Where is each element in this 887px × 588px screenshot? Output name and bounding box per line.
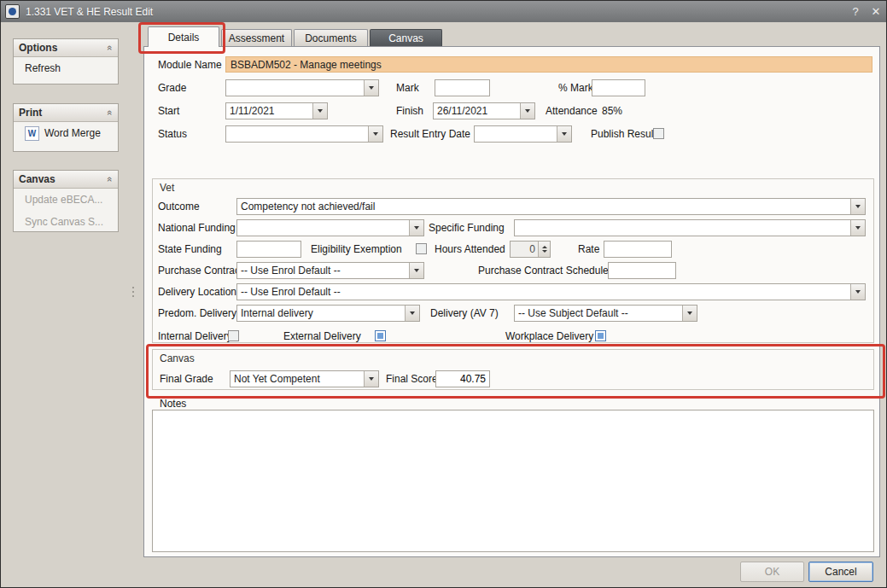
outcome-label: Outcome [158, 198, 200, 215]
details-panel: Module Name BSBADM502 - Manage meetings … [143, 46, 880, 557]
eligibility-exemption-checkbox[interactable] [416, 243, 427, 254]
canvas-group-title: Canvas [19, 173, 108, 185]
tab-assessment[interactable]: Assessment [221, 29, 292, 47]
notes-input[interactable] [152, 410, 874, 552]
chevron-down-icon[interactable] [682, 306, 697, 321]
chevron-down-icon[interactable] [850, 199, 865, 214]
chevron-up-icon[interactable]: « [105, 45, 115, 50]
print-group-header[interactable]: Print « [14, 104, 118, 122]
tab-documents[interactable]: Documents [294, 29, 368, 47]
sidebar-item-sync-canvas: Sync Canvas S... [14, 211, 118, 233]
help-icon[interactable]: ? [845, 3, 866, 20]
workplace-delivery-label: Workplace Delivery [505, 328, 593, 345]
start-date-value: 1/11/2021 [226, 103, 312, 119]
purchase-contract-select[interactable]: -- Use Enrol Default -- [236, 262, 424, 279]
internal-delivery-checkbox[interactable] [228, 330, 239, 341]
spinner-buttons[interactable] [538, 242, 550, 257]
workplace-delivery-checkbox[interactable] [595, 330, 606, 341]
options-group-title: Options [19, 42, 108, 54]
tab-canvas-label: Canvas [388, 32, 423, 44]
chevron-down-icon[interactable] [557, 126, 571, 142]
mark-input[interactable] [435, 79, 490, 96]
chevron-down-icon[interactable] [409, 220, 423, 236]
state-funding-label: State Funding [158, 241, 222, 258]
internal-delivery-label: Internal Delivery [158, 328, 232, 345]
tab-canvas[interactable]: Canvas [370, 29, 442, 47]
chevron-down-icon[interactable] [364, 80, 378, 96]
update-ebeca-label: Update eBECA... [25, 194, 102, 206]
state-funding-input[interactable] [236, 241, 301, 258]
dialog-window: 1.331 VET & HE Result Edit ? ✕ Options «… [0, 0, 887, 588]
result-entry-date-select[interactable] [474, 125, 572, 143]
chevron-down-icon[interactable] [368, 126, 382, 142]
publish-result-checkbox[interactable] [653, 128, 664, 139]
chevron-down-icon[interactable] [409, 263, 423, 278]
outcome-value: Competency not achieved/fail [237, 199, 850, 214]
hours-attended-label: Hours Attended [435, 241, 505, 258]
national-funding-select[interactable] [236, 219, 424, 236]
predom-delivery-select[interactable]: Internal delivery [236, 305, 420, 322]
delivery-av7-label: Delivery (AV 7) [430, 305, 499, 322]
hours-attended-value: 0 [511, 242, 538, 257]
sidebar-item-word-merge[interactable]: W Word Merge [14, 122, 118, 144]
attendance-value: 85% [602, 102, 622, 119]
ok-button-label: OK [765, 566, 779, 578]
eligibility-exemption-label: Eligibility Exemption [311, 241, 402, 258]
chevron-up-icon[interactable]: « [105, 110, 115, 115]
rate-input[interactable] [604, 241, 672, 258]
word-merge-label: Word Merge [44, 127, 101, 139]
word-icon: W [25, 126, 39, 141]
cancel-button[interactable]: Cancel [808, 562, 873, 582]
chevron-down-icon[interactable] [520, 103, 534, 119]
ok-button[interactable]: OK [740, 562, 804, 582]
publish-result-label: Publish Result [591, 125, 656, 143]
finish-date-value: 26/11/2021 [434, 103, 520, 119]
delivery-location-select[interactable]: -- Use Enrol Default -- [236, 283, 866, 300]
purchase-contract-label: Purchase Contract [158, 262, 242, 279]
national-funding-value [237, 220, 409, 236]
predom-delivery-label: Predom. Delivery [158, 305, 236, 322]
chevron-up-icon[interactable]: « [105, 177, 115, 182]
canvas-group-box-title: Canvas [160, 352, 195, 364]
module-name-value: BSBADM502 - Manage meetings [231, 59, 382, 71]
tab-details-label: Details [168, 32, 200, 44]
purchase-contract-schedule-label: Purchase Contract Schedule [478, 262, 609, 279]
chevron-down-icon[interactable] [364, 371, 378, 387]
module-name-label: Module Name [158, 56, 222, 73]
external-delivery-checkbox[interactable] [375, 330, 386, 341]
chevron-down-icon[interactable] [312, 103, 327, 119]
grade-value [226, 80, 364, 96]
sidebar-item-update-ebeca: Update eBECA... [14, 189, 118, 211]
chevron-down-icon[interactable] [405, 306, 419, 321]
specific-funding-value [515, 220, 850, 236]
hours-attended-spinner[interactable]: 0 [510, 241, 551, 258]
delivery-av7-select[interactable]: -- Use Subject Default -- [514, 305, 697, 322]
attendance-label: Attendance [546, 102, 598, 119]
delivery-location-label: Delivery Location [158, 283, 236, 300]
options-group-header[interactable]: Options « [14, 39, 118, 57]
result-entry-date-label: Result Entry Date [390, 125, 470, 143]
canvas-group-header[interactable]: Canvas « [14, 171, 118, 189]
sidebar-item-refresh[interactable]: Refresh [14, 57, 118, 79]
finish-date-select[interactable]: 26/11/2021 [433, 102, 535, 119]
status-label: Status [158, 125, 187, 143]
splitter[interactable] [131, 26, 136, 582]
tab-assessment-label: Assessment [229, 32, 284, 44]
start-date-select[interactable]: 1/11/2021 [225, 102, 328, 119]
chevron-down-icon[interactable] [850, 220, 865, 236]
tab-details[interactable]: Details [148, 26, 219, 47]
final-grade-select[interactable]: Not Yet Competent [230, 370, 379, 387]
outcome-select[interactable]: Competency not achieved/fail [236, 198, 866, 215]
splitter-grip-icon [132, 287, 134, 297]
final-score-label: Final Score [386, 370, 438, 387]
purchase-contract-schedule-input[interactable] [608, 262, 676, 279]
predom-delivery-value: Internal delivery [237, 306, 405, 321]
refresh-label: Refresh [25, 62, 61, 74]
specific-funding-select[interactable] [514, 219, 866, 236]
pct-mark-input[interactable] [592, 79, 645, 96]
grade-select[interactable] [225, 79, 379, 96]
final-score-input[interactable] [435, 370, 490, 387]
status-select[interactable] [225, 125, 383, 143]
close-icon[interactable]: ✕ [866, 3, 886, 20]
chevron-down-icon[interactable] [850, 284, 865, 300]
